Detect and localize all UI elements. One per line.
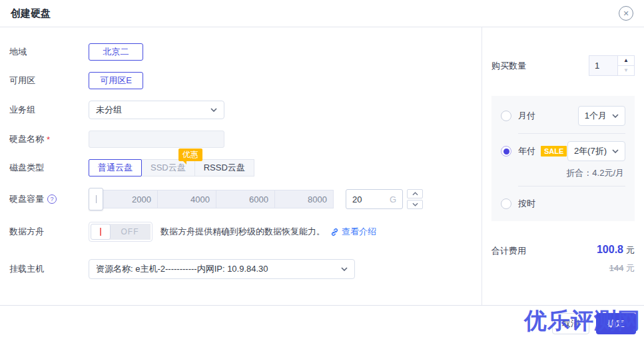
data-ark-toggle[interactable]: OFF: [89, 222, 153, 242]
help-icon[interactable]: ?: [47, 194, 57, 204]
monthly-duration-select[interactable]: 1个月: [578, 106, 625, 126]
zone-button[interactable]: 可用区E: [89, 72, 143, 89]
required-asterisk: *: [47, 135, 50, 145]
billing-divider: [518, 186, 625, 186]
purchase-panel: 购买数量 ▲ ▼ 月付 1个月: [482, 27, 644, 305]
quantity-control: ▲ ▼: [589, 55, 635, 76]
monthly-label: 月付: [518, 110, 535, 122]
yearly-duration-value: 2年(7折): [574, 145, 607, 157]
slider-track[interactable]: 2000 4000 6000 8000: [99, 190, 334, 208]
row-zone: 可用区 可用区E: [9, 72, 482, 89]
quantity-stepper: ▲ ▼: [618, 55, 635, 76]
chevron-down-icon: [612, 149, 619, 153]
capacity-step-down[interactable]: [407, 200, 423, 209]
row-disk-name: 硬盘名称 *: [9, 131, 482, 148]
slider-tick-8000[interactable]: 8000: [274, 190, 334, 208]
mount-host-label: 挂载主机: [9, 263, 89, 275]
slider-tick-6000[interactable]: 6000: [216, 190, 275, 208]
disk-name-label: 硬盘名称 *: [9, 133, 89, 145]
group-select[interactable]: 未分组: [89, 101, 224, 119]
capacity-input[interactable]: [352, 194, 383, 204]
capacity-unit: G: [390, 194, 396, 204]
total-cost-row: 合计费用 100.8元 144 元: [491, 244, 635, 274]
billing-panel: 月付 1个月 年付 SALE 2年(7折): [491, 96, 635, 221]
capacity-step-up[interactable]: [407, 189, 423, 198]
slider-tick-4000[interactable]: 4000: [157, 190, 216, 208]
price-value: 100.8: [597, 244, 623, 255]
view-intro-link[interactable]: 查看介绍: [330, 226, 376, 238]
modal-header: 创建硬盘 ✕: [0, 0, 644, 27]
chevron-down-icon: [210, 108, 217, 112]
hourly-radio[interactable]: [501, 198, 511, 209]
toggle-off-label: OFF: [109, 224, 151, 240]
slider-handle[interactable]: [89, 188, 103, 210]
mount-host-select[interactable]: 资源名称: e主机-2-----------内网IP: 10.9.84.30: [89, 259, 355, 279]
toggle-handle: [91, 224, 111, 240]
row-region: 地域 北京二: [9, 43, 482, 61]
quantity-input[interactable]: [589, 55, 618, 76]
slider-handle-line: [96, 195, 97, 203]
form-left: 地域 北京二 可用区 可用区E 业务组 未分组 硬盘名称 *: [0, 27, 482, 305]
disk-type-label: 磁盘类型: [9, 162, 89, 174]
quantity-row: 购买数量 ▲ ▼: [491, 55, 635, 76]
disk-type-option-ssd-text: SSD云盘: [151, 162, 186, 174]
disk-name-label-text: 硬盘名称: [9, 133, 44, 145]
capacity-stepper: [407, 189, 423, 209]
chevron-up-icon: [412, 192, 418, 196]
chevron-down-icon: [341, 267, 348, 271]
yearly-duration-select[interactable]: 2年(7折): [567, 141, 625, 161]
yearly-radio[interactable]: [501, 146, 511, 157]
modal-title: 创建硬盘: [11, 7, 51, 20]
yearly-label: 年付: [518, 145, 535, 157]
monthly-duration-value: 1个月: [585, 110, 607, 122]
billing-option-yearly: 年付 SALE 2年(7折): [501, 141, 625, 162]
create-disk-modal: 创建硬盘 ✕ 地域 北京二 可用区 可用区E 业务组 未分组: [0, 0, 644, 341]
confirm-button[interactable]: 确定: [596, 313, 636, 334]
price-original: 144 元: [597, 262, 635, 274]
disk-type-option-ssd[interactable]: SSD云盘 优惠: [141, 159, 195, 176]
capacity-slider: 2000 4000 6000 8000: [89, 188, 334, 210]
monthly-radio[interactable]: [501, 111, 511, 121]
region-label: 地域: [9, 46, 89, 58]
disk-type-group: 普通云盘 SSD云盘 优惠 RSSD云盘: [89, 159, 254, 176]
chevron-down-icon: [412, 202, 418, 206]
data-ark-label: 数据方舟: [9, 226, 89, 238]
row-capacity: 硬盘容量 ? 2000 4000 6000 8000 G: [9, 188, 482, 210]
row-disk-type: 磁盘类型 普通云盘 SSD云盘 优惠 RSSD云盘: [9, 159, 482, 176]
sale-badge: SALE: [541, 146, 567, 157]
zone-label: 可用区: [9, 75, 89, 87]
row-mount-host: 挂载主机 资源名称: e主机-2-----------内网IP: 10.9.84…: [9, 259, 482, 279]
group-select-value: 未分组: [96, 104, 122, 116]
billing-option-monthly: 月付 1个月: [501, 105, 625, 127]
quantity-step-up[interactable]: ▲: [618, 55, 635, 66]
quantity-step-down[interactable]: ▼: [618, 66, 635, 77]
link-icon: [330, 228, 339, 236]
row-data-ark: 数据方舟 OFF 数据方舟提供精确到秒级的数据恢复能力。 查看介绍: [9, 222, 482, 242]
capacity-label: 硬盘容量 ?: [9, 193, 89, 205]
mount-host-select-value: 资源名称: e主机-2-----------内网IP: 10.9.84.30: [96, 263, 268, 275]
price-current: 100.8元: [597, 244, 635, 256]
yearly-monthly-equivalent: 折合：4.2元/月: [502, 167, 624, 179]
disk-type-option-rssd[interactable]: RSSD云盘: [194, 159, 254, 176]
data-ark-description: 数据方舟提供精确到秒级的数据恢复能力。: [161, 226, 325, 238]
close-icon[interactable]: ✕: [619, 6, 633, 21]
disk-type-option-normal[interactable]: 普通云盘: [89, 159, 142, 176]
hourly-label: 按时: [518, 198, 535, 210]
price-currency: 元: [626, 245, 635, 255]
toggle-handle-line: [100, 228, 101, 236]
billing-divider: [518, 133, 625, 134]
price-original-currency: 元: [626, 263, 635, 273]
billing-option-hourly: 按时: [501, 193, 625, 214]
disk-name-input[interactable]: [89, 131, 224, 148]
cancel-button[interactable]: 取消: [552, 313, 589, 334]
chevron-down-icon: [612, 114, 619, 118]
modal-footer: 取消 确定: [0, 305, 644, 341]
total-cost-label: 合计费用: [491, 244, 526, 274]
row-group: 业务组 未分组: [9, 101, 482, 119]
slider-tick-2000[interactable]: 2000: [99, 190, 158, 208]
capacity-label-text: 硬盘容量: [9, 193, 44, 205]
promo-badge: 优惠: [178, 149, 202, 161]
view-intro-link-text: 查看介绍: [342, 226, 376, 238]
region-button[interactable]: 北京二: [89, 43, 143, 61]
total-prices: 100.8元 144 元: [597, 244, 635, 274]
